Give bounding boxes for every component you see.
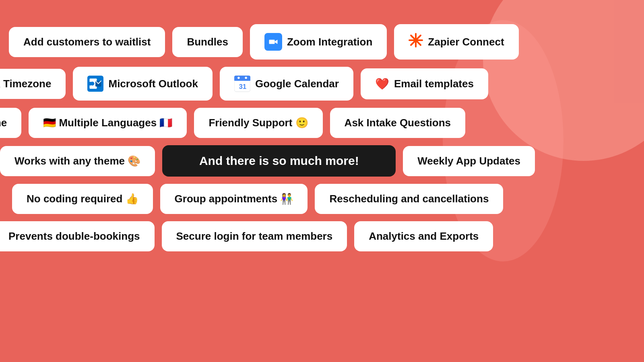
rescheduling-pill: Rescheduling and cancellations [315,184,503,214]
analytics-label: Analytics and Exports [369,230,479,243]
feature-row-1: Add customers to waitlist Bundles Zoom I… [0,24,644,60]
group-appts-pill: Group appointments 👫 [160,184,308,214]
bundles-pill: Bundles [172,27,243,57]
outlook-pill: O Microsoft Outlook [73,67,212,101]
no-coding-label: No coding required 👍 [27,193,138,205]
rescheduling-label: Rescheduling and cancellations [329,193,489,205]
add-waitlist-pill: Add customers to waitlist [9,27,165,57]
support-label: Friendly Support 🙂 [208,117,308,129]
intake-pill: Ask Intake Questions [330,108,465,138]
outlook-label: Microsoft Outlook [108,78,198,90]
email-templates-pill: ❤️ Email templates [361,68,488,99]
uptime-label: o Uptime [0,117,7,129]
bundles-label: Bundles [187,36,228,48]
svg-rect-12 [234,79,250,81]
zoom-label: Zoom Integration [287,36,372,48]
double-bookings-pill: Prevents double-bookings [0,221,155,251]
no-coding-pill: No coding required 👍 [12,184,153,214]
email-heart-icon: ❤️ [375,77,389,90]
zapier-icon [409,33,423,51]
add-waitlist-label: Add customers to waitlist [23,36,151,48]
svg-point-15 [237,77,239,79]
zoom-pill: Zoom Integration [250,24,387,60]
theme-label: Works with any theme 🎨 [14,155,140,167]
gcal-label: Google Calendar [255,78,339,90]
zapier-label: Zapier Connect [428,36,504,48]
svg-point-16 [245,77,247,79]
zapier-pill: Zapier Connect [394,24,518,60]
outlook-icon: O [87,76,103,92]
secure-login-label: Secure login for team members [176,230,333,243]
timezone-pill: ock Timezone [0,69,66,99]
feature-row-3: o Uptime 🇩🇪 Multiple Languages 🇫🇷 Friend… [0,108,644,138]
feature-row-6: Prevents double-bookings Secure login fo… [0,221,644,251]
feature-grid: Add customers to waitlist Bundles Zoom I… [0,0,644,362]
gcal-pill: 31 Google Calendar [220,67,353,101]
feature-row-4: Works with any theme 🎨 And there is so m… [0,145,644,177]
analytics-pill: Analytics and Exports [354,221,493,251]
svg-point-5 [414,39,417,42]
timezone-label: ock Timezone [0,78,51,90]
svg-text:31: 31 [239,83,246,90]
intake-label: Ask Intake Questions [345,117,451,129]
theme-pill: Works with any theme 🎨 [0,146,155,176]
secure-login-pill: Secure login for team members [162,221,347,251]
email-templates-label: Email templates [394,78,474,90]
more-pill: And there is so much more! [162,145,396,177]
gcal-icon: 31 [234,76,250,92]
more-label: And there is so much more! [199,154,359,168]
zoom-icon [264,33,282,51]
support-pill: Friendly Support 🙂 [194,108,322,138]
feature-row-5: No coding required 👍 Group appointments … [0,184,644,214]
uptime-pill: o Uptime [0,108,21,138]
languages-pill: 🇩🇪 Multiple Languages 🇫🇷 [29,108,187,138]
group-appts-label: Group appointments 👫 [175,193,293,205]
feature-row-2: ock Timezone O Microsoft Outlook [0,67,644,101]
weekly-updates-label: Weekly App Updates [417,155,520,167]
languages-label: 🇩🇪 Multiple Languages 🇫🇷 [43,117,172,129]
double-bookings-label: Prevents double-bookings [8,230,140,243]
weekly-updates-pill: Weekly App Updates [403,146,535,176]
